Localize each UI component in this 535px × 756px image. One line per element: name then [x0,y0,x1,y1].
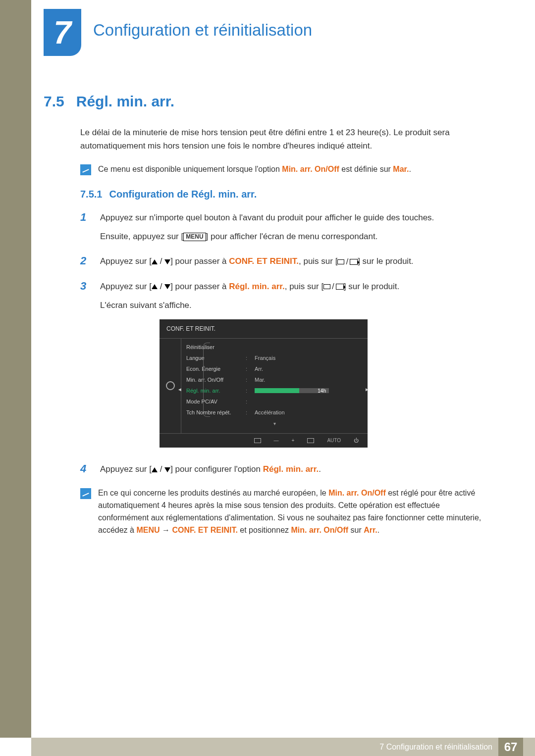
section-heading: 7.5 Régl. min. arr. [44,93,484,110]
source-icon [336,284,344,290]
osd-item: Min. arr. On/Off:Mar. [186,374,363,385]
note-block-2: En ce qui concerne les produits destinés… [80,487,484,536]
footer-bar: 7 Configuration et réinitialisation 67 [31,738,535,756]
steps-list: 1 Appuyez sur n'importe quel bouton à l'… [80,211,484,481]
menu-button-icon: MENU [183,233,206,241]
subsection-number: 7.5.1 [80,189,102,200]
page-number: 67 [498,738,523,756]
osd-item: Econ. Énergie:Arr. [186,363,363,374]
note-text-1: Ce menu est disponible uniquement lorsqu… [98,163,411,176]
step-3: 3 Appuyez sur [ / ] pour passer à Régl. … [80,280,484,456]
enter-icon [337,259,344,264]
subsection-heading: 7.5.1 Configuration de Régl. min. arr. [80,189,484,200]
osd-nav-icon [254,438,261,443]
footer-label: 7 Configuration et réinitialisation [379,743,492,752]
osd-menu: ◄ ► Réinitialiser Langue:Français Econ. … [181,339,368,433]
down-arrow-icon [164,467,170,472]
osd-scroll-down-icon: ▾ [186,418,363,428]
osd-item: Tch Nombre répét.:Accélération [186,407,363,418]
chapter-number: 7 [54,14,71,51]
intro-paragraph: Le délai de la minuterie de mise hors te… [80,126,484,152]
up-arrow-icon [152,467,158,472]
up-arrow-icon [152,259,158,264]
page-content: 7.5 Régl. min. arr. Le délai de la minut… [44,93,484,549]
chapter-number-tab: 7 [44,9,81,56]
chapter-title: Configuration et réinitialisation [93,21,312,40]
osd-screenshot: CONF. ET REINIT. ◄ ► Réinitialiser Langu… [160,319,368,448]
power-icon: ⏻ [354,437,359,445]
gear-icon [166,381,175,390]
osd-slider: 14h [255,388,329,393]
osd-left-arrow-icon: ◄ [177,386,182,394]
osd-title: CONF. ET REINIT. [160,322,368,339]
osd-nav-icon [307,438,314,443]
step-2: 2 Appuyez sur [ / ] pour passer à CONF. … [80,254,484,274]
step-4: 4 Appuyez sur [ / ] pour configurer l'op… [80,462,484,481]
step-1: 1 Appuyez sur n'importe quel bouton à l'… [80,211,484,249]
osd-item: Réinitialiser [186,342,363,353]
up-arrow-icon [152,284,158,289]
osd-right-arrow-icon: ► [365,386,370,394]
source-icon [350,259,358,265]
osd-footer: — + AUTO ⏻ [160,433,368,448]
osd-item-highlighted: Régl. min. arr.: 14h [186,385,363,396]
sidebar-stripe [0,0,31,738]
osd-item: Langue:Français [186,353,363,363]
note-icon [80,164,91,175]
down-arrow-icon [164,259,170,264]
note-text-2: En ce qui concerne les produits destinés… [98,487,484,536]
section-title: Régl. min. arr. [76,93,174,110]
note-block-1: Ce menu est disponible uniquement lorsqu… [80,163,484,176]
note-icon [80,488,91,499]
enter-icon [323,284,330,289]
osd-item: Mode PC/AV: [186,396,363,407]
section-number: 7.5 [44,93,64,110]
subsection-title: Configuration de Régl. min. arr. [109,189,257,200]
down-arrow-icon [164,284,170,289]
